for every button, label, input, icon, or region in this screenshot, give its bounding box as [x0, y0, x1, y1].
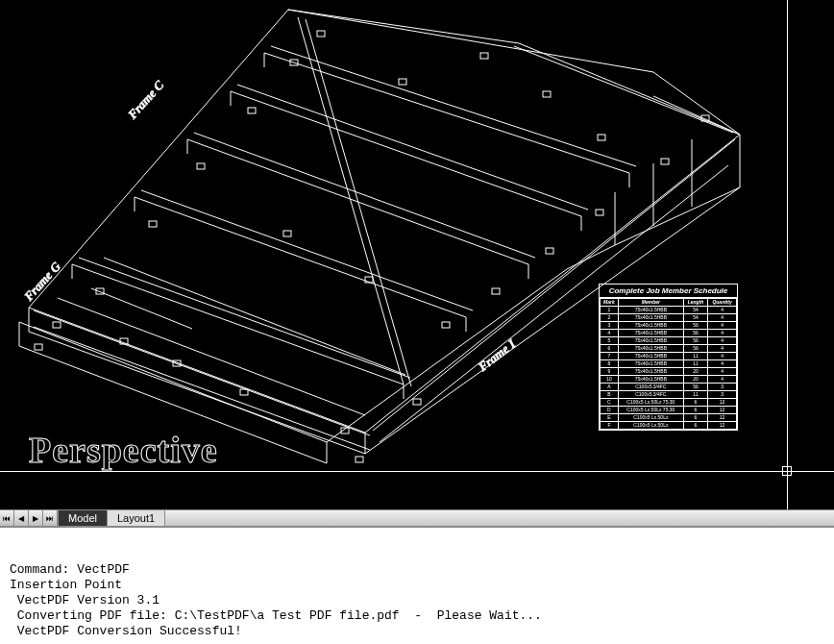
table-row: 375x40x1.5HBB564 [601, 322, 737, 330]
tab-model[interactable]: Model [59, 510, 108, 526]
svg-line-10 [194, 133, 535, 258]
command-history-line: Converting PDF file: C:\TestPDF\a Test P… [10, 608, 824, 624]
command-history-line: Command: VectPDF [10, 562, 824, 578]
cad-viewport[interactable]: Frame C Frame G Frame I Perspective Comp… [0, 0, 834, 509]
svg-line-14 [271, 46, 636, 166]
command-history-line: VectPDF Version 3.1 [10, 593, 824, 608]
svg-rect-62 [35, 344, 42, 350]
tab-nav-prev[interactable]: ◀ [14, 510, 29, 526]
svg-line-17 [34, 310, 370, 435]
command-history-line: Insertion Point [10, 578, 824, 593]
svg-line-24 [91, 288, 192, 329]
svg-rect-44 [317, 31, 325, 37]
svg-line-12 [237, 85, 588, 210]
schedule-header: Quantity [708, 299, 737, 307]
schedule-header: Length [683, 299, 707, 307]
table-row: 575x40x1.5HBB564 [601, 337, 737, 345]
command-window[interactable]: Command: VectPDFInsertion Point VectPDF … [0, 527, 834, 644]
member-schedule: Complete Job Member Schedule MarkMemberL… [599, 284, 738, 431]
crosshair-pickbox [782, 466, 792, 476]
schedule-header: Member [618, 299, 683, 307]
tab-spacer [165, 510, 834, 526]
table-row: FC100x5 Lx.50Lx612 [601, 422, 737, 430]
schedule-table: MarkMemberLengthQuantity 175x40x1.5HBB54… [600, 298, 737, 430]
svg-rect-56 [283, 231, 291, 236]
svg-line-16 [306, 19, 411, 386]
svg-rect-47 [543, 91, 551, 97]
crosshair-vertical [787, 0, 788, 509]
svg-rect-63 [356, 457, 363, 462]
tab-layout1[interactable]: Layout1 [108, 510, 165, 526]
table-row: 475x40x1.5HBB564 [601, 330, 737, 337]
table-row: 975x40x1.5HBB204 [601, 368, 737, 376]
command-history-line: VectPDF Conversion Successful! [10, 624, 824, 639]
table-row: 675x40x1.5HBB564 [601, 345, 737, 353]
svg-rect-46 [480, 53, 488, 59]
svg-rect-48 [598, 135, 605, 140]
table-row: 875x40x1.5HBB114 [601, 360, 737, 368]
table-row: AC100x5.3/4FC563 [601, 384, 737, 391]
schedule-header: Mark [601, 299, 619, 307]
svg-rect-40 [149, 221, 157, 227]
svg-line-23 [104, 258, 405, 375]
svg-rect-61 [596, 210, 603, 215]
layout-tabbar: ⏮ ◀ ▶ ⏭ Model Layout1 [0, 509, 834, 527]
svg-rect-45 [399, 79, 406, 85]
svg-rect-49 [661, 159, 669, 164]
tab-nav-last[interactable]: ⏭ [43, 510, 58, 526]
svg-line-13 [264, 53, 629, 173]
table-row: 1075x40x1.5HBB204 [601, 376, 737, 384]
svg-rect-59 [492, 288, 500, 294]
svg-rect-42 [248, 108, 256, 113]
svg-line-7 [135, 197, 466, 317]
table-row: 775x40x1.5HBB114 [601, 353, 737, 360]
tab-nav-buttons: ⏮ ◀ ▶ ⏭ [0, 510, 59, 526]
table-row: CC100x5 Lx.50Lx 75.30612 [601, 399, 737, 407]
table-row: BC100x5.3/4FC113 [601, 391, 737, 399]
svg-line-21 [514, 46, 733, 133]
table-row: DC100x5 Lx.50Lx 75.30612 [601, 407, 737, 414]
svg-line-11 [231, 91, 581, 216]
svg-rect-38 [53, 322, 61, 328]
tab-nav-next[interactable]: ▶ [29, 510, 43, 526]
schedule-title: Complete Job Member Schedule [600, 285, 737, 298]
svg-line-8 [141, 190, 473, 310]
view-title: Perspective [29, 429, 218, 471]
tab-nav-first[interactable]: ⏮ [0, 510, 14, 526]
table-row: 175x40x1.5HBB544 [601, 307, 737, 314]
svg-rect-58 [442, 322, 450, 328]
svg-line-6 [79, 258, 410, 378]
svg-rect-41 [197, 163, 205, 169]
crosshair-horizontal [0, 471, 834, 472]
table-row: 275x40x1.5HBB544 [601, 314, 737, 322]
svg-rect-51 [413, 399, 421, 405]
svg-rect-60 [546, 248, 553, 254]
table-row: EC100x5 Lx.50Lx612 [601, 414, 737, 422]
